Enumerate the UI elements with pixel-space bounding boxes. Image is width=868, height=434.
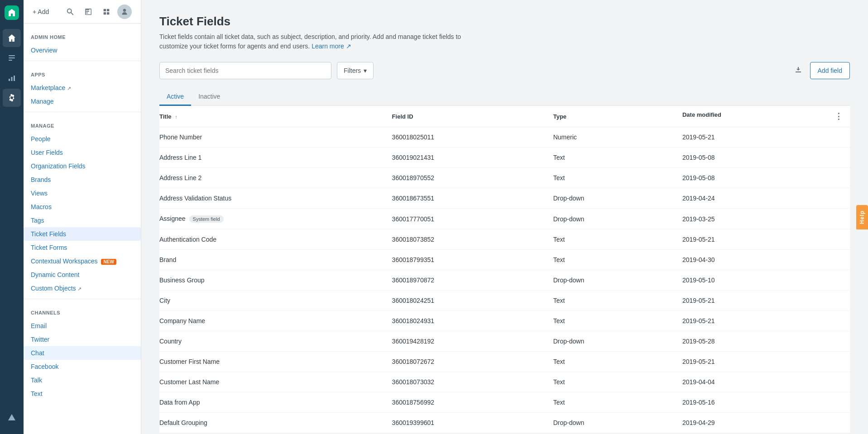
table-row[interactable]: City360018024251Text2019-05-21 <box>159 291 850 311</box>
cell-field-id: 360018024931 <box>385 311 546 331</box>
user-avatar[interactable] <box>117 5 132 19</box>
cell-field-id: 360018970552 <box>385 168 546 188</box>
add-button[interactable]: + Add <box>33 8 49 15</box>
table-row[interactable]: Default Grouping360019399601Drop-down201… <box>159 413 850 433</box>
sidebar-item-twitter[interactable]: Twitter <box>24 333 141 346</box>
cell-type: Text <box>546 372 675 392</box>
sidebar-item-marketplace[interactable]: Marketplace ↗ <box>24 81 141 95</box>
sidebar-item-ticket-forms[interactable]: Ticket Forms <box>24 241 141 254</box>
channels-section-title: CHANNELS <box>24 303 141 319</box>
column-date-modified: Date modified ⋮ <box>675 106 850 127</box>
filters-button[interactable]: Filters ▾ <box>337 62 374 79</box>
table-row[interactable]: Customer Last Name360018073032Text2019-0… <box>159 372 850 392</box>
sidebar-item-contextual-workspaces[interactable]: Contextual Workspaces NEW <box>24 254 141 268</box>
tab-inactive[interactable]: Inactive <box>191 88 227 106</box>
admin-home-section-title: ADMIN HOME <box>24 27 141 43</box>
sidebar-item-dynamic-content[interactable]: Dynamic Content <box>24 268 141 281</box>
grid-icon[interactable] <box>99 5 114 19</box>
table-row[interactable]: Address Line 2360018970552Text2019-05-08 <box>159 168 850 188</box>
sidebar-item-macros[interactable]: Macros <box>24 200 141 214</box>
table-row[interactable]: AssigneeSystem field360017770051Drop-dow… <box>159 209 850 229</box>
cell-field-id: 360018756992 <box>385 392 546 413</box>
table-row[interactable]: Country360019428192Drop-down2019-05-28 <box>159 331 850 352</box>
sidebar-item-facebook[interactable]: Facebook <box>24 360 141 373</box>
cell-title: Address Line 2 <box>159 168 385 188</box>
cell-title: Brand <box>159 250 385 270</box>
help-button[interactable]: Help <box>856 205 868 229</box>
cell-field-id: 360017770051 <box>385 209 546 229</box>
column-options-icon[interactable]: ⋮ <box>834 111 843 121</box>
cell-date-modified: 2019-05-21 <box>675 311 850 331</box>
table-row[interactable]: Brand360018799351Text2019-04-30 <box>159 250 850 270</box>
table-row[interactable]: Company Name360018024931Text2019-05-21 <box>159 311 850 331</box>
nav-admin-icon[interactable] <box>3 89 21 107</box>
sidebar-item-people[interactable]: People <box>24 132 141 146</box>
search-input[interactable] <box>159 62 331 79</box>
table-row[interactable]: Phone Number360018025011Numeric2019-05-2… <box>159 127 850 148</box>
nav-rail <box>0 0 24 434</box>
nav-tickets-icon[interactable] <box>3 49 21 67</box>
svg-rect-2 <box>9 60 12 61</box>
sidebar-item-ticket-fields[interactable]: Ticket Fields <box>24 227 141 241</box>
tabs: Active Inactive <box>159 88 850 106</box>
cell-date-modified: 2019-05-28 <box>675 331 850 352</box>
sidebar-item-tags[interactable]: Tags <box>24 214 141 227</box>
cell-field-id: 360018024251 <box>385 291 546 311</box>
sidebar-item-custom-objects[interactable]: Custom Objects ↗ <box>24 281 141 295</box>
sidebar-item-views[interactable]: Views <box>24 186 141 200</box>
download-icon[interactable] <box>792 63 805 78</box>
table-row[interactable]: Customer First Name360018072672Text2019-… <box>159 352 850 372</box>
table-row[interactable]: Business Group360018970872Drop-down2019-… <box>159 270 850 291</box>
nav-home-icon[interactable] <box>3 29 21 47</box>
cell-type: Text <box>546 352 675 372</box>
sidebar-item-overview[interactable]: Overview <box>24 43 141 57</box>
svg-rect-10 <box>107 12 109 14</box>
manage-section-title: MANAGE <box>24 116 141 132</box>
sidebar-item-talk[interactable]: Talk <box>24 373 141 387</box>
table-row[interactable]: Authentication Code360018073852Text2019-… <box>159 229 850 250</box>
page-title: Ticket Fields <box>159 14 850 29</box>
sidebar-item-brands[interactable]: Brands <box>24 173 141 186</box>
table-row[interactable]: Address Line 1360019021431Text2019-05-08 <box>159 148 850 168</box>
svg-rect-9 <box>104 12 106 14</box>
cell-title: Customer Last Name <box>159 372 385 392</box>
svg-rect-0 <box>9 55 15 56</box>
cell-type: Numeric <box>546 127 675 148</box>
compose-icon[interactable] <box>81 5 96 19</box>
app-logo[interactable] <box>5 5 19 20</box>
cell-title: Data from App <box>159 392 385 413</box>
nav-bottom-icon[interactable] <box>3 409 21 427</box>
svg-rect-5 <box>14 76 15 81</box>
cell-field-id: 360018072672 <box>385 352 546 372</box>
svg-rect-1 <box>9 57 15 58</box>
chevron-down-icon: ▾ <box>364 67 367 74</box>
cell-title: Address Line 1 <box>159 148 385 168</box>
cell-date-modified: 2019-05-21 <box>675 229 850 250</box>
sidebar-item-manage[interactable]: Manage <box>24 95 141 108</box>
cell-title: AssigneeSystem field <box>159 209 385 229</box>
nav-reporting-icon[interactable] <box>3 69 21 87</box>
column-type: Type <box>546 106 675 127</box>
cell-type: Text <box>546 392 675 413</box>
cell-title: Business Group <box>159 270 385 291</box>
search-icon[interactable] <box>63 5 77 19</box>
table-row[interactable]: Address Validation Status360018673551Dro… <box>159 188 850 209</box>
cell-type: Drop-down <box>546 270 675 291</box>
main-wrapper: Ticket Fields Ticket fields contain all … <box>141 0 868 434</box>
add-field-button[interactable]: Add field <box>810 62 850 79</box>
sidebar-item-organization-fields[interactable]: Organization Fields <box>24 159 141 173</box>
sidebar-item-text[interactable]: Text <box>24 387 141 401</box>
column-title[interactable]: Title ↑ <box>159 106 385 127</box>
sidebar-item-chat[interactable]: Chat <box>24 346 141 360</box>
tab-active[interactable]: Active <box>159 88 191 106</box>
cell-date-modified: 2019-05-08 <box>675 148 850 168</box>
system-field-badge: System field <box>189 215 224 223</box>
cell-date-modified: 2019-05-16 <box>675 392 850 413</box>
sort-icon: ↑ <box>175 114 177 119</box>
learn-more-link[interactable]: Learn more ↗ <box>312 43 351 50</box>
sidebar-item-email[interactable]: Email <box>24 319 141 333</box>
cell-title: Company Name <box>159 311 385 331</box>
cell-type: Text <box>546 311 675 331</box>
table-row[interactable]: Data from App360018756992Text2019-05-16 <box>159 392 850 413</box>
sidebar-item-user-fields[interactable]: User Fields <box>24 146 141 159</box>
